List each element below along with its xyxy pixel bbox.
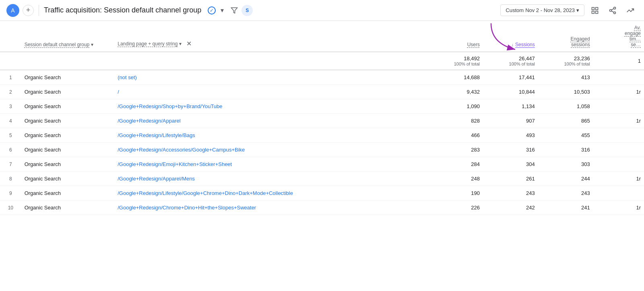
- table-column-headers: Session default channel group ▾ Landing …: [0, 21, 644, 52]
- table-row: 2 Organic Search / 9,432 10,844 10,503 1…: [0, 85, 644, 99]
- row-landing[interactable]: /Google+Redesign/Accessories/Google+Camp…: [114, 143, 428, 157]
- row-landing[interactable]: /Google+Redesign/Shop+by+Brand/YouTube: [114, 99, 428, 114]
- row-sessions: 261: [483, 172, 538, 186]
- th-landing[interactable]: Landing page + query string ▾ ✕: [114, 21, 428, 52]
- row-landing[interactable]: /Google+Redesign/Apparel: [114, 114, 428, 128]
- row-avg: 1r: [593, 201, 644, 215]
- row-num: 5: [0, 128, 21, 143]
- share-button[interactable]: [605, 3, 620, 18]
- row-landing[interactable]: /Google+Redesign/Apparel/Mens: [114, 172, 428, 186]
- svg-point-5: [614, 7, 616, 9]
- row-channel: Organic Search: [21, 143, 115, 157]
- th-sessions[interactable]: ↓ Sessions: [483, 21, 538, 52]
- table-row: 1 Organic Search (not set) 14,688 17,441…: [0, 70, 644, 85]
- svg-rect-2: [596, 7, 598, 10]
- th-users[interactable]: Users: [428, 21, 483, 52]
- th-users-label: Users: [467, 42, 480, 47]
- row-sessions: 242: [483, 201, 538, 215]
- date-label: Custom: [506, 7, 524, 13]
- row-sessions: 304: [483, 157, 538, 172]
- totals-engaged: 23,236 100% of total: [538, 52, 593, 70]
- row-channel: Organic Search: [21, 128, 115, 143]
- svg-line-8: [611, 11, 614, 12]
- landing-value[interactable]: /Google+Redesign/Apparel/Mens: [118, 176, 195, 182]
- header-right-actions: Custom Nov 2 - Nov 28, 2023 ▾: [500, 3, 638, 18]
- row-landing[interactable]: /Google+Redesign/Lifestyle/Google+Chrome…: [114, 186, 428, 201]
- th-engaged[interactable]: Engagedsessions: [538, 21, 593, 52]
- row-sessions: 493: [483, 128, 538, 143]
- channel-value: Organic Search: [25, 103, 61, 109]
- row-engaged: 241: [538, 201, 593, 215]
- title-caret-button[interactable]: ▾: [217, 6, 227, 15]
- row-sessions: 17,441: [483, 70, 538, 85]
- table-totals-row: 18,492 100% of total 26,447 100% of tota…: [0, 52, 644, 70]
- th-channel[interactable]: Session default channel group ▾: [21, 21, 115, 52]
- channel-value: Organic Search: [25, 147, 61, 153]
- date-caret-icon: ▾: [576, 7, 579, 13]
- landing-value[interactable]: /Google+Redesign/Emoji+Kitchen+Sticker+S…: [118, 161, 232, 167]
- row-channel: Organic Search: [21, 201, 115, 215]
- trend-button[interactable]: [623, 3, 638, 18]
- row-users: 9,432: [428, 85, 483, 99]
- landing-value[interactable]: /Google+Redesign/Accessories/Google+Camp…: [118, 147, 245, 153]
- th-landing-filter[interactable]: ▾: [179, 41, 182, 47]
- landing-value[interactable]: /Google+Redesign/Chrome+Dino+Hit+the+Slo…: [118, 205, 256, 211]
- row-landing[interactable]: /: [114, 85, 428, 99]
- landing-value[interactable]: (not set): [118, 74, 137, 80]
- row-landing[interactable]: /Google+Redesign/Lifestyle/Bags: [114, 128, 428, 143]
- row-users: 284: [428, 157, 483, 172]
- landing-value[interactable]: /Google+Redesign/Lifestyle/Bags: [118, 132, 195, 138]
- table-row: 3 Organic Search /Google+Redesign/Shop+b…: [0, 99, 644, 114]
- totals-users-pct: 100% of total: [454, 61, 480, 66]
- channel-value: Organic Search: [25, 205, 61, 211]
- table-row: 9 Organic Search /Google+Redesign/Lifest…: [0, 186, 644, 201]
- row-users: 14,688: [428, 70, 483, 85]
- row-avg: [593, 186, 644, 201]
- th-landing-close[interactable]: ✕: [186, 40, 192, 47]
- totals-engaged-value: 23,236: [574, 55, 590, 61]
- svg-line-9: [611, 8, 614, 10]
- date-range-button[interactable]: Custom Nov 2 - Nov 28, 2023 ▾: [500, 4, 584, 16]
- row-engaged: 413: [538, 70, 593, 85]
- row-engaged: 244: [538, 172, 593, 186]
- avatar[interactable]: A: [6, 4, 19, 17]
- row-landing[interactable]: /Google+Redesign/Chrome+Dino+Hit+the+Slo…: [114, 201, 428, 215]
- row-engaged: 303: [538, 157, 593, 172]
- totals-engaged-pct: 100% of total: [564, 61, 590, 66]
- row-avg: [593, 70, 644, 85]
- channel-value: Organic Search: [25, 132, 61, 138]
- landing-value[interactable]: /Google+Redesign/Apparel: [118, 118, 180, 124]
- table-row: 5 Organic Search /Google+Redesign/Lifest…: [0, 128, 644, 143]
- row-avg: [593, 99, 644, 114]
- row-num: 6: [0, 143, 21, 157]
- row-num: 3: [0, 99, 21, 114]
- filter-icon[interactable]: [229, 5, 240, 16]
- row-sessions: 243: [483, 186, 538, 201]
- data-table-container: Session default channel group ▾ Landing …: [0, 21, 644, 215]
- totals-avg: 1: [593, 52, 644, 70]
- header-divider: [39, 5, 39, 16]
- svg-rect-4: [596, 11, 598, 13]
- row-engaged: 455: [538, 128, 593, 143]
- row-landing[interactable]: /Google+Redesign/Emoji+Kitchen+Sticker+S…: [114, 157, 428, 172]
- totals-empty-landing: [114, 52, 428, 70]
- row-users: 226: [428, 201, 483, 215]
- row-sessions: 1,134: [483, 99, 538, 114]
- check-button[interactable]: ✓: [206, 5, 217, 16]
- th-channel-filter[interactable]: ▾: [91, 42, 93, 47]
- chart-view-button[interactable]: [588, 3, 602, 18]
- row-users: 283: [428, 143, 483, 157]
- add-comparison-button[interactable]: +: [23, 5, 34, 16]
- th-avg[interactable]: Av.engagetim…se…: [593, 21, 644, 52]
- landing-value[interactable]: /: [118, 89, 119, 95]
- th-avg-label: Av.engagetim…se…: [625, 25, 641, 47]
- landing-value[interactable]: /Google+Redesign/Lifestyle/Google+Chrome…: [118, 190, 293, 196]
- row-channel: Organic Search: [21, 114, 115, 128]
- totals-avg-value: 1: [638, 58, 641, 64]
- row-avg: 1r: [593, 114, 644, 128]
- row-engaged: 865: [538, 114, 593, 128]
- s-badge[interactable]: S: [242, 5, 253, 16]
- row-landing[interactable]: (not set): [114, 70, 428, 85]
- landing-value[interactable]: /Google+Redesign/Shop+by+Brand/YouTube: [118, 103, 222, 109]
- row-num: 8: [0, 172, 21, 186]
